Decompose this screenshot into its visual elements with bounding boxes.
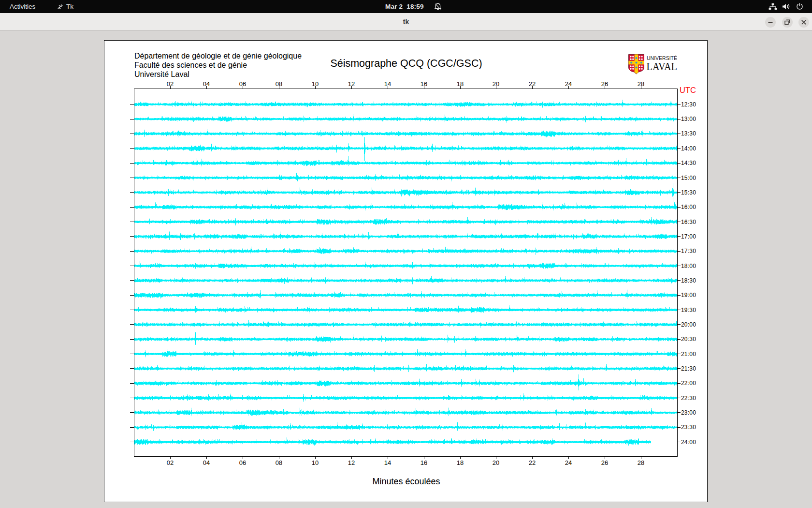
svg-text:LAVAL: LAVAL bbox=[647, 60, 678, 73]
